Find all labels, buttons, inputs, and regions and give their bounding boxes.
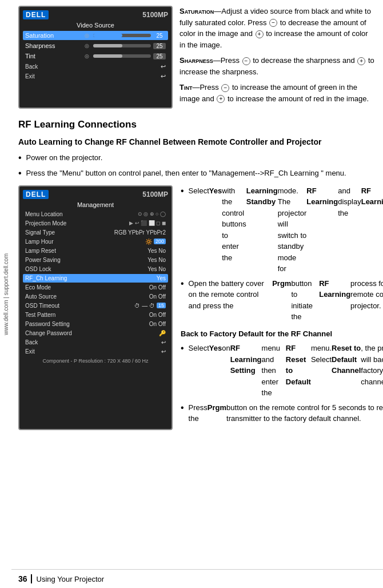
management-section: DELL 5100MP Management Menu Location ⊙ ◎… [18, 185, 374, 430]
mgmt-header: DELL 5100MP [23, 190, 168, 199]
page-footer: 36 Using Your Projector [0, 569, 383, 588]
mgmt-val-osd-timeout: ⏱ — ⏱ 15 [134, 303, 166, 309]
mgmt-footer: Component - P Resolution : 720 X 480 / 6… [23, 358, 168, 364]
dell-logo: DELL [23, 10, 49, 19]
proj-row-sharpness: Sharpness ◎ 25 [23, 41, 168, 50]
proj-row-saturation: Saturation ◎ 25 [23, 31, 168, 40]
exit-icon: ↩ [161, 73, 166, 80]
descriptions-text: Saturation—Adjust a video source from bl… [179, 6, 374, 109]
proj-back-label: Back [25, 63, 157, 70]
top-section: DELL 5100MP Video Source Saturation ◎ 25… [18, 6, 374, 109]
osd-timeout-num: 15 [157, 303, 166, 308]
plus-icon-1: + [256, 30, 264, 38]
mgmt-label-rf-learning: RF_Ch Learning [25, 275, 157, 281]
mgmt-label-projection-mode: Projection Mode [25, 220, 129, 227]
mgmt-model: 5100MP [142, 190, 168, 198]
rf-bullet-2: Press the "Menu" button on control panel… [18, 168, 374, 180]
left-bar: www.dell.com | support.dell.com [0, 0, 11, 588]
proj-row-back: Back ↩ [23, 62, 168, 71]
plus-icon-3: + [217, 95, 225, 103]
mgmt-row-test-pattern: Test Pattern On Off [23, 311, 168, 319]
saturation-bar [93, 34, 151, 37]
mgmt-val-osd-lock: Yes No [147, 266, 166, 272]
mgmt-label-osd-timeout: OSD Timeout [25, 303, 134, 309]
tint-value: 25 [153, 53, 166, 59]
saturation-value: 25 [153, 33, 166, 39]
lamp-hour-num: 200 [154, 239, 166, 244]
mgmt-val-test-pattern: On Off [149, 312, 166, 318]
mgmt-label-test-pattern: Test Pattern [25, 312, 149, 318]
back-factory-bullets: Select Yes on RF Learning Setting menu a… [181, 343, 383, 424]
rf-subsection-title: Auto Learning to Change RF Channel Betwe… [18, 137, 374, 146]
tint-term: Tint [179, 83, 192, 92]
tint-bar [93, 54, 151, 58]
saturation-bar-fill [93, 34, 122, 37]
rf-reset-bold: RF Reset to Default [286, 343, 311, 387]
rf-learning-setting-bold: RF Learning Setting [230, 343, 262, 376]
rf-bullet-1-text: Power on the projector. [26, 152, 103, 164]
yes-bold-2: Yes [209, 343, 222, 354]
mgmt-row-password-setting: Password Setting On Off [23, 320, 168, 328]
tint-icon: ◎ [85, 53, 89, 59]
minus-icon-2: − [242, 57, 250, 65]
rf-bullet-1: Power on the projector. [18, 152, 374, 164]
mgmt-val-power-saving: Yes No [147, 257, 166, 263]
back-factory-bullet-1: Select Yes on RF Learning Setting menu a… [181, 343, 383, 399]
back-factory-bullet-2: Press the Prgm button on the remote cont… [181, 402, 383, 424]
mgmt-val-exit: ↩ [161, 348, 166, 355]
prgm-bold-1: Prgm [272, 278, 291, 289]
rf-bullets-right: Select Yes with the control buttons to e… [181, 185, 383, 323]
page-container: www.dell.com | support.dell.com DELL 510… [0, 0, 383, 588]
mgmt-label-change-password: Change Password [25, 330, 159, 336]
mgmt-row-signal-type: Signal Type RGB YPbPr YPbPr2 [23, 228, 168, 237]
sharpness-value: 25 [153, 43, 166, 49]
proj-row-exit: Exit ↩ [23, 71, 168, 81]
minus-icon-3: − [221, 84, 229, 92]
mgmt-label-eco-mode: Eco Mode [25, 284, 149, 291]
rf-bullets-top: Power on the projector. Press the "Menu"… [18, 152, 374, 180]
mgmt-val-projection-mode: ▶ ↩ ⬛ ⬜ ◻ ◼ [129, 220, 166, 226]
mgmt-row-osd-lock: OSD Lock Yes No [23, 265, 168, 273]
rf-right-bullet-1: Select Yes with the control buttons to e… [181, 185, 383, 275]
mgmt-right-text: Select Yes with the control buttons to e… [181, 185, 383, 430]
mgmt-label-osd-lock: OSD Lock [25, 266, 147, 272]
mgmt-label-menu-location: Menu Location [25, 211, 138, 217]
management-screen: DELL 5100MP Management Menu Location ⊙ ◎… [18, 185, 173, 430]
main-content: DELL 5100MP Video Source Saturation ◎ 25… [13, 0, 383, 569]
mgmt-row-lamp-reset: Lamp Reset Yes No [23, 247, 168, 255]
mgmt-row-eco-mode: Eco Mode On Off [23, 283, 168, 292]
rf-right-bullet-2: Open the battery cover on the remote con… [181, 278, 383, 323]
mgmt-val-back: ↩ [161, 339, 166, 345]
mgmt-val-rf-learning: Yes [157, 275, 166, 281]
mgmt-row-lamp-hour: Lamp Hour 🔆 200 [23, 237, 168, 246]
mgmt-val-auto-source: On Off [149, 293, 166, 300]
mgmt-row-osd-timeout: OSD Timeout ⏱ — ⏱ 15 [23, 301, 168, 310]
mgmt-back-label: Back [25, 339, 161, 345]
saturation-desc: Saturation—Adjust a video source from bl… [179, 6, 374, 50]
back-factory-title: Back to Factory Default for the RF Chann… [181, 328, 383, 340]
footer-text: Using Your Projector [37, 575, 105, 583]
minus-icon-1: − [269, 19, 277, 27]
saturation-icon: ◎ [85, 33, 89, 38]
proj-row-label-sharpness: Sharpness [25, 42, 83, 49]
proj-header: DELL 5100MP [23, 10, 168, 19]
plus-icon-2: + [357, 57, 365, 65]
mgmt-label-lamp-reset: Lamp Reset [25, 248, 147, 254]
sharpness-term: Sharpness [179, 56, 213, 65]
mgmt-label-lamp-hour: Lamp Hour [25, 239, 145, 245]
mgmt-val-change-password: 🔑 [159, 330, 166, 336]
sharpness-bar-fill [93, 44, 122, 47]
prgm-bold-2: Prgm [208, 402, 226, 414]
mgmt-row-menu-location: Menu Location ⊙ ◎ ⊕ ○ ◯ [23, 210, 168, 218]
mgmt-row-power-saving: Power Saving Yes No [23, 256, 168, 264]
mgmt-label-power-saving: Power Saving [25, 257, 147, 263]
mgmt-row-projection-mode: Projection Mode ▶ ↩ ⬛ ⬜ ◻ ◼ [23, 219, 168, 228]
left-bar-text: www.dell.com | support.dell.com [3, 253, 9, 335]
proj-exit-label: Exit [25, 73, 157, 80]
mgmt-dell-logo: DELL [23, 190, 49, 199]
reset-default-channel-bold: Reset to Default Channel [332, 343, 361, 376]
yes-bold-1: Yes [209, 185, 222, 197]
proj-menu-title: Video Source [23, 22, 168, 29]
mgmt-val-lamp-hour: 🔆 200 [145, 239, 166, 245]
mgmt-val-signal-type: RGB YPbPr YPbPr2 [114, 229, 166, 236]
